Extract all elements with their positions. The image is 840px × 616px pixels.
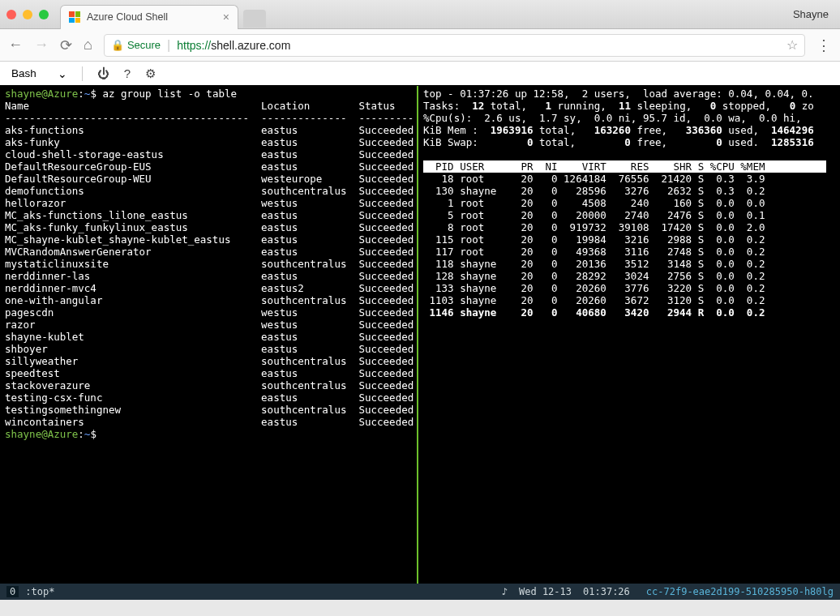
right-pane[interactable]: top - 01:37:26 up 12:58, 2 users, load a… <box>418 86 840 584</box>
terminal[interactable]: shayne@Azure:~$ az group list -o table N… <box>0 86 840 600</box>
url-text: https://shell.azure.com <box>177 39 290 52</box>
profile-name[interactable]: Shayne <box>793 8 834 20</box>
window-titlebar: Azure Cloud Shell × Shayne <box>0 0 840 29</box>
settings-gear-icon[interactable]: ⚙ <box>145 66 156 81</box>
zoom-window-button[interactable] <box>39 10 49 19</box>
secure-label: Secure <box>127 39 161 51</box>
status-date: Wed 12-13 <box>519 586 572 597</box>
left-pane[interactable]: shayne@Azure:~$ az group list -o table N… <box>0 86 417 584</box>
azure-favicon-icon <box>69 11 80 23</box>
address-bar[interactable]: 🔒 Secure | https://shell.azure.com ☆ <box>104 34 805 57</box>
reload-button[interactable]: ⟳ <box>60 36 72 54</box>
music-note-icon: ♪ <box>502 586 508 597</box>
secure-indicator: 🔒 Secure <box>111 39 161 51</box>
back-button[interactable]: ← <box>8 36 23 53</box>
lock-icon: 🔒 <box>111 39 124 51</box>
forward-button[interactable]: → <box>34 36 49 53</box>
help-icon[interactable]: ? <box>124 66 131 80</box>
new-tab-button[interactable] <box>243 10 266 28</box>
close-tab-icon[interactable]: × <box>223 11 229 24</box>
close-window-button[interactable] <box>6 10 16 19</box>
tmux-statusline: 0 :top* ♪ Wed 12-13 01:37:26 cc-72f9-eae… <box>0 584 840 600</box>
toolbar-separator <box>82 66 83 81</box>
status-time: 01:37:26 <box>583 586 630 597</box>
home-button[interactable]: ⌂ <box>84 36 92 53</box>
status-session-id: cc-72f9-eae2d199-510285950-h80lg <box>646 586 834 597</box>
browser-toolbar: ← → ⟳ ⌂ 🔒 Secure | https://shell.azure.c… <box>0 29 840 62</box>
shell-type-label: Bash <box>11 67 36 79</box>
chevron-down-icon: ⌄ <box>58 67 67 80</box>
restart-shell-icon[interactable]: ⏻ <box>97 66 109 80</box>
cloudshell-toolbar: Bash ⌄ ⏻ ? ⚙ <box>0 62 840 86</box>
traffic-lights <box>6 10 49 19</box>
tab-title: Azure Cloud Shell <box>87 11 168 23</box>
tmux-window-index: 0 <box>6 586 19 597</box>
bookmark-star-icon[interactable]: ☆ <box>786 37 798 53</box>
minimize-window-button[interactable] <box>23 10 32 19</box>
tmux-window-name: :top* <box>25 586 54 597</box>
browser-menu-icon[interactable]: ⋮ <box>816 36 832 54</box>
browser-tab[interactable]: Azure Cloud Shell × <box>60 5 238 29</box>
shell-type-selector[interactable]: Bash ⌄ <box>11 67 67 80</box>
